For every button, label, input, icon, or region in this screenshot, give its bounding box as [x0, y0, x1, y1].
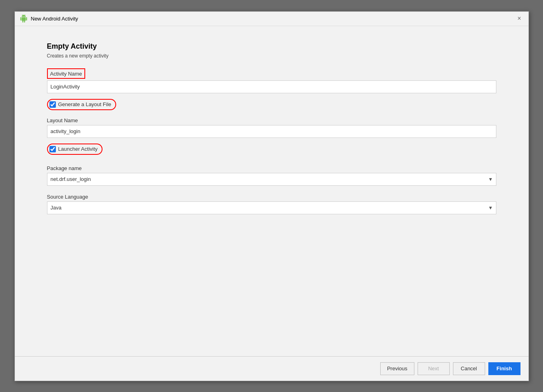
generate-layout-label[interactable]: Generate a Layout File — [58, 101, 111, 107]
activity-name-input[interactable] — [47, 80, 496, 93]
form-area: Activity Name Generate a Layout File Lay… — [47, 68, 496, 216]
package-name-select-wrapper: net.drf.user_login ▼ — [47, 173, 496, 186]
next-button[interactable]: Next — [418, 362, 450, 375]
section-title: Empty Activity — [47, 42, 496, 51]
activity-name-label: Activity Name — [50, 71, 82, 77]
activity-name-label-highlight: Activity Name — [47, 68, 85, 79]
generate-layout-highlight: Generate a Layout File — [47, 99, 116, 110]
layout-name-input[interactable] — [47, 125, 496, 138]
dialog: New Android Activity × Empty Activity Cr… — [14, 11, 529, 381]
launcher-activity-checkbox[interactable] — [49, 146, 56, 152]
finish-button[interactable]: Finish — [488, 362, 520, 375]
dialog-content: Empty Activity Creates a new empty activ… — [15, 26, 529, 356]
source-language-group: Source Language Java Kotlin ▼ — [47, 191, 496, 214]
package-name-group: Package name net.drf.user_login ▼ — [47, 162, 496, 186]
previous-button[interactable]: Previous — [380, 362, 414, 375]
launcher-activity-row: Launcher Activity — [47, 140, 496, 159]
launcher-activity-label[interactable]: Launcher Activity — [58, 146, 98, 152]
close-button[interactable]: × — [515, 14, 523, 23]
section-subtitle: Creates a new empty activity — [47, 53, 496, 59]
android-icon — [20, 14, 28, 23]
package-name-label: Package name — [47, 162, 496, 173]
activity-name-group: Activity Name — [47, 68, 496, 93]
bottom-bar: Previous Next Cancel Finish — [15, 356, 529, 381]
dialog-title: New Android Activity — [31, 16, 515, 22]
source-language-select-wrapper: Java Kotlin ▼ — [47, 201, 496, 214]
generate-layout-checkbox[interactable] — [49, 101, 56, 108]
layout-name-group: Layout Name — [47, 114, 496, 138]
layout-name-label: Layout Name — [47, 114, 496, 125]
title-bar: New Android Activity × — [15, 12, 529, 26]
cancel-button[interactable]: Cancel — [453, 362, 485, 375]
launcher-activity-highlight: Launcher Activity — [47, 144, 102, 155]
source-language-label: Source Language — [47, 191, 496, 201]
package-name-select[interactable]: net.drf.user_login — [47, 173, 496, 186]
source-language-select[interactable]: Java Kotlin — [47, 201, 496, 214]
generate-layout-row: Generate a Layout File — [47, 95, 496, 114]
